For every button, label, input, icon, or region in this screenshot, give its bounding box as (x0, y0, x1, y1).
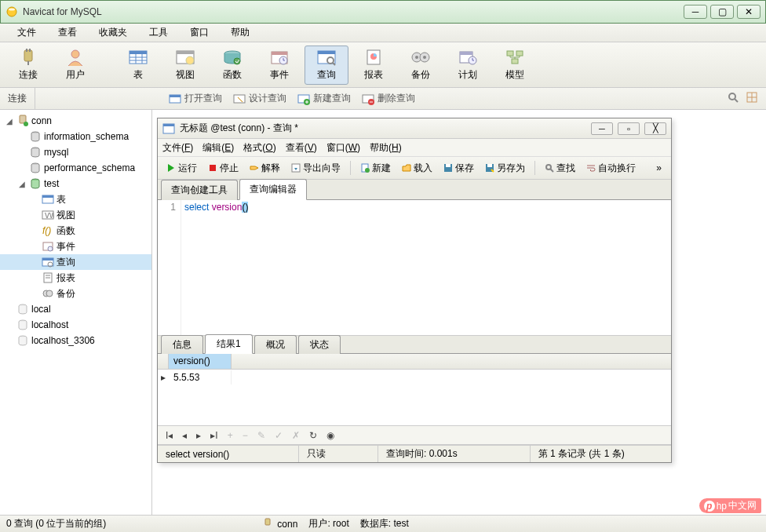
edit-record-button[interactable]: ✎ (256, 430, 267, 441)
menu-file[interactable]: 文件 (6, 24, 47, 41)
tree-label: mysql (44, 147, 68, 158)
tree-item[interactable]: 查询 (0, 254, 151, 270)
tree-item[interactable]: localhost_3306 (0, 333, 151, 348)
tree-label: test (44, 178, 59, 189)
main-window-title: Navicat for MySQL (23, 6, 680, 17)
tree-item[interactable]: mysql (0, 144, 151, 160)
open-query-button[interactable]: 打开查询 (169, 92, 222, 105)
grid-icon[interactable] (746, 91, 758, 106)
tree-item[interactable]: local (0, 301, 151, 317)
tree-item[interactable]: performance_schema (0, 160, 151, 176)
sub-toolbar: 连接 打开查询 设计查询 新建查询 删除查询 (0, 88, 766, 110)
column-header[interactable]: version() (169, 354, 232, 369)
cancel-button[interactable]: ✗ (290, 430, 301, 441)
run-button[interactable]: 运行 (162, 159, 201, 177)
tree-item[interactable]: 报表 (0, 270, 151, 286)
tool-query[interactable]: 查询 (305, 46, 348, 85)
explain-button[interactable]: 解释 (246, 159, 284, 177)
menu-view[interactable]: 查看 (47, 24, 88, 41)
stop-fetch-button[interactable]: ◉ (325, 430, 336, 441)
query-window-titlebar[interactable]: 无标题 @test (conn) - 查询 * ─ ▫ ╳ (158, 118, 671, 139)
tab-query-editor[interactable]: 查询编辑器 (239, 179, 307, 200)
row-marker-icon: ▸ (158, 372, 169, 383)
tree-item[interactable]: 表 (0, 191, 151, 207)
tool-view[interactable]: 视图 (163, 46, 207, 85)
word-wrap-button[interactable]: 自动换行 (582, 159, 640, 177)
sql-editor[interactable]: 1 select version() (158, 200, 671, 335)
tree-item[interactable]: localhost (0, 317, 151, 333)
tree-item[interactable]: 事件 (0, 239, 151, 254)
maximize-button[interactable]: ▢ (710, 5, 734, 19)
add-record-button[interactable]: + (226, 430, 235, 441)
tree-item[interactable]: ◢conn (0, 113, 151, 129)
menu-favorites[interactable]: 收藏夹 (88, 24, 138, 41)
inner-menu-item[interactable]: 帮助(H) (370, 141, 402, 155)
next-record-button[interactable]: ▸ (195, 430, 202, 441)
tab-profile[interactable]: 概况 (254, 335, 297, 354)
inner-minimize-button[interactable]: ─ (591, 122, 613, 135)
design-query-button[interactable]: 设计查询 (233, 92, 286, 105)
refresh-button[interactable]: ↻ (308, 430, 319, 441)
inner-maximize-button[interactable]: ▫ (618, 122, 640, 135)
tool-event[interactable]: 事件 (257, 46, 301, 85)
menu-tools[interactable]: 工具 (138, 24, 179, 41)
tool-schedule[interactable]: 计划 (446, 46, 490, 85)
save-button[interactable]: 保存 (440, 159, 478, 177)
grid-header: version() (158, 354, 671, 370)
inner-menu-item[interactable]: 文件(F) (162, 141, 193, 155)
find-button[interactable]: 查找 (541, 159, 579, 177)
tab-query-builder[interactable]: 查询创建工具 (161, 180, 238, 200)
inner-menu-item[interactable]: 编辑(E) (202, 141, 234, 155)
delete-query-button[interactable]: 删除查询 (362, 92, 415, 105)
tool-table[interactable]: 表 (116, 46, 160, 85)
prev-record-button[interactable]: ◂ (181, 430, 188, 441)
delete-record-button[interactable]: − (241, 430, 250, 441)
tree-toggle-icon[interactable]: ◢ (5, 117, 14, 126)
commit-button[interactable]: ✓ (273, 430, 284, 441)
tree-item[interactable]: vw视图 (0, 207, 151, 223)
tool-connection[interactable]: 连接 (6, 46, 50, 85)
cell-value[interactable]: 5.5.53 (169, 370, 232, 384)
export-wizard-button[interactable]: 导出向导 (287, 159, 345, 177)
main-menubar: 文件 查看 收藏夹 工具 窗口 帮助 (0, 24, 766, 42)
load-button[interactable]: 载入 (398, 159, 436, 177)
svg-rect-37 (170, 95, 181, 97)
close-button[interactable]: ✕ (737, 5, 761, 19)
editor-code[interactable]: select version() (181, 200, 671, 335)
table-row[interactable]: ▸ 5.5.53 (158, 370, 671, 385)
tab-status[interactable]: 状态 (298, 335, 341, 354)
menu-window[interactable]: 窗口 (179, 24, 220, 41)
inner-menu-item[interactable]: 格式(O) (243, 141, 275, 155)
tree-item[interactable]: ◢test (0, 176, 151, 191)
new-query-button[interactable]: 新建查询 (297, 92, 351, 105)
stop-button[interactable]: 停止 (204, 159, 243, 177)
tree-item[interactable]: f()函数 (0, 223, 151, 239)
watermark: php中文网 (699, 498, 761, 513)
last-record-button[interactable]: ▸I (209, 430, 219, 441)
tool-user[interactable]: 用户 (53, 46, 97, 85)
tool-label: 报表 (364, 68, 383, 82)
result-grid[interactable]: version() ▸ 5.5.53 (158, 354, 671, 426)
inner-menu-item[interactable]: 窗口(W) (326, 141, 360, 155)
search-icon[interactable] (727, 91, 739, 106)
menu-help[interactable]: 帮助 (220, 24, 261, 41)
toolbar-overflow-button[interactable]: » (651, 162, 666, 173)
tree-toggle-icon[interactable]: ◢ (17, 180, 27, 188)
tool-report[interactable]: 报表 (352, 46, 396, 85)
tree-item[interactable]: information_schema (0, 129, 151, 144)
tab-result1[interactable]: 结果1 (205, 334, 253, 354)
save-as-button[interactable]: 另存为 (481, 159, 529, 177)
sub-toolbar-label: 连接 (0, 88, 35, 109)
inner-menu-item[interactable]: 查看(V) (286, 141, 317, 155)
minimize-button[interactable]: ─ (684, 5, 707, 19)
tool-function[interactable]: 函数 (210, 46, 254, 85)
tool-model[interactable]: 模型 (493, 46, 537, 85)
tree-item[interactable]: 备份 (0, 286, 151, 301)
content-area: 无标题 @test (conn) - 查询 * ─ ▫ ╳ 文件(F)编辑(E)… (152, 110, 766, 515)
tab-info[interactable]: 信息 (161, 335, 203, 354)
inner-close-button[interactable]: ╳ (644, 122, 666, 135)
first-record-button[interactable]: I◂ (164, 430, 174, 441)
report-icon (42, 271, 54, 284)
new-button[interactable]: 新建 (356, 159, 395, 177)
tool-backup[interactable]: 备份 (399, 46, 443, 85)
